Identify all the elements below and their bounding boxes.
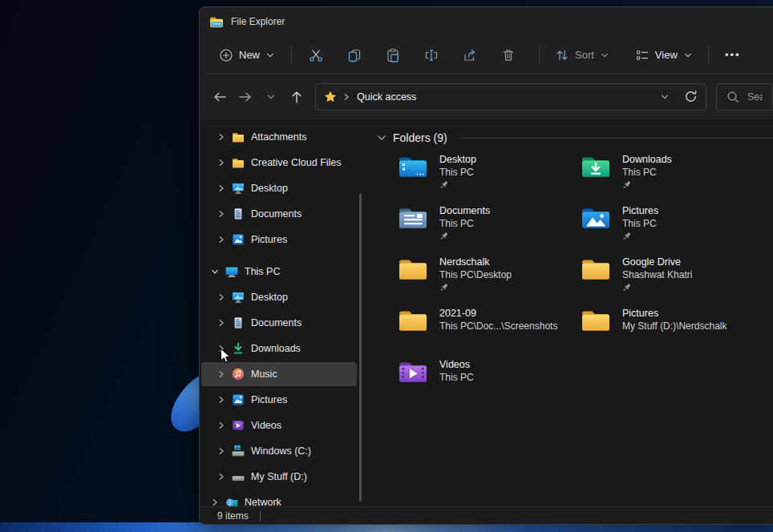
paste-button[interactable] [377,41,409,70]
status-bar: 9 items [200,506,773,524]
rename-button[interactable] [415,41,447,70]
folder-location: This PC\Desktop [439,268,512,281]
view-list-icon [635,48,650,62]
sidebar-item-network[interactable]: Network [201,490,357,506]
refresh-icon[interactable] [684,90,698,103]
sort-button[interactable]: Sort [548,43,617,67]
folders-grid: DesktopThis PCDownloadsThis PCDocumentsT… [397,153,773,409]
desktop-icon [232,291,245,304]
search-box[interactable] [716,83,773,111]
toolbar-divider [291,46,292,65]
sort-arrows-icon [555,48,569,62]
pin-icon [439,180,476,190]
folder-tile-downloads[interactable]: DownloadsThis PC [580,153,763,204]
forward-button[interactable] [235,85,256,109]
up-button[interactable] [286,85,307,109]
chevron-right-icon[interactable] [217,159,225,167]
search-input[interactable] [747,91,763,103]
window-body: AttachmentsCreative Cloud FilesDesktopDo… [200,119,773,506]
sidebar-item-my-stuff-d[interactable]: My Stuff (D:) [201,465,357,489]
sidebar-item-desktop[interactable]: Desktop [201,176,357,200]
cut-icon [309,48,323,62]
pictures-folder-icon [580,205,612,231]
chevron-down-icon [265,50,275,60]
chevron-right-icon[interactable] [217,133,225,141]
copy-button[interactable] [338,41,370,70]
share-button[interactable] [454,41,486,70]
title-bar[interactable]: File Explorer [200,7,773,36]
chevron-right-icon[interactable] [211,498,219,506]
recent-locations-button[interactable] [261,85,281,109]
chevron-down-icon[interactable] [376,132,387,143]
sidebar-item-label: Documents [251,208,302,220]
item-count: 9 items [217,510,249,522]
sidebar-scrollbar[interactable] [359,193,362,502]
navigation-pane: AttachmentsCreative Cloud FilesDesktopDo… [200,119,370,506]
chevron-right-icon[interactable] [217,447,225,455]
view-button[interactable]: View [628,43,700,67]
ellipsis-icon: ••• [725,49,741,61]
sidebar-item-attachments[interactable]: Attachments [201,125,357,149]
folder-location: This PC [622,217,658,230]
sidebar-item-creative-cloud-files[interactable]: Creative Cloud Files [201,151,357,175]
chevron-right-icon[interactable] [217,184,225,192]
folder-name: Pictures [622,204,658,217]
status-divider [260,511,261,521]
chevron-down-icon[interactable] [211,268,219,276]
see-more-button[interactable]: ••• [717,41,749,70]
chevron-right-icon[interactable] [217,345,225,353]
folder-tile-desktop[interactable]: DesktopThis PC [397,153,580,204]
sidebar-item-label: Network [245,497,281,506]
sidebar-item-windows-c[interactable]: Windows (C:) [201,439,357,463]
sidebar-item-desktop[interactable]: Desktop [201,285,357,309]
folder-tile-documents[interactable]: DocumentsThis PC [397,204,580,256]
address-dropdown-icon[interactable] [660,92,670,102]
pin-icon [439,232,490,241]
cut-button[interactable] [300,41,332,70]
view-button-label: View [655,49,678,61]
folder-tile-pictures[interactable]: PicturesMy Stuff (D:)\Nerdschalk [580,307,763,358]
toolbar-divider [708,46,709,65]
folder-name: Desktop [439,153,476,166]
address-bar[interactable]: Quick access [315,83,706,111]
delete-button[interactable] [492,41,524,70]
chevron-right-icon[interactable] [217,319,225,327]
chevron-right-icon[interactable] [217,293,225,301]
paste-icon [386,48,400,62]
folder-tile-google-drive[interactable]: Google DriveShashwat Khatri [580,256,763,307]
folders-section-title: Folders (9) [393,131,447,144]
folder-tile-nerdschalk[interactable]: NerdschalkThis PC\Desktop [397,256,580,307]
breadcrumb-location[interactable]: Quick access [357,91,416,103]
sidebar-item-label: Pictures [251,234,287,245]
chevron-right-icon[interactable] [217,421,225,429]
back-button[interactable] [209,85,230,109]
chevron-right-icon[interactable] [217,473,225,481]
desktop: File Explorer New Sort View [0,0,773,532]
document-icon [232,316,245,329]
folder-tile-2021-09[interactable]: 2021-09This PC\Doc...\Screenshots [397,307,580,358]
chevron-down-icon [683,50,693,60]
sidebar-item-downloads[interactable]: Downloads [201,337,357,361]
sidebar-item-videos[interactable]: Videos [201,413,357,437]
chevron-right-icon[interactable] [217,370,225,378]
copy-icon [347,48,362,62]
new-button[interactable]: New [211,43,283,67]
sidebar-item-music[interactable]: Music [201,362,357,386]
folder-tile-pictures[interactable]: PicturesThis PC [580,204,763,256]
folder-tile-videos[interactable]: VideosThis PC [397,358,580,409]
sidebar-item-pictures[interactable]: Pictures [201,228,357,252]
chevron-right-icon[interactable] [217,396,225,404]
chevron-down-icon [600,50,609,60]
sidebar-item-pictures[interactable]: Pictures [201,388,357,412]
music-icon [232,368,245,381]
folder-location: Shashwat Khatri [622,268,692,281]
documents-folder-icon [397,205,429,231]
breadcrumb-chevron-icon[interactable] [342,93,350,101]
sidebar-item-this-pc[interactable]: This PC [201,260,357,284]
sidebar-item-documents[interactable]: Documents [201,202,357,226]
sidebar-item-label: Attachments [251,131,306,143]
chevron-right-icon[interactable] [217,236,225,244]
chevron-right-icon[interactable] [217,210,225,218]
sort-button-label: Sort [575,49,594,61]
sidebar-item-documents[interactable]: Documents [201,311,357,335]
